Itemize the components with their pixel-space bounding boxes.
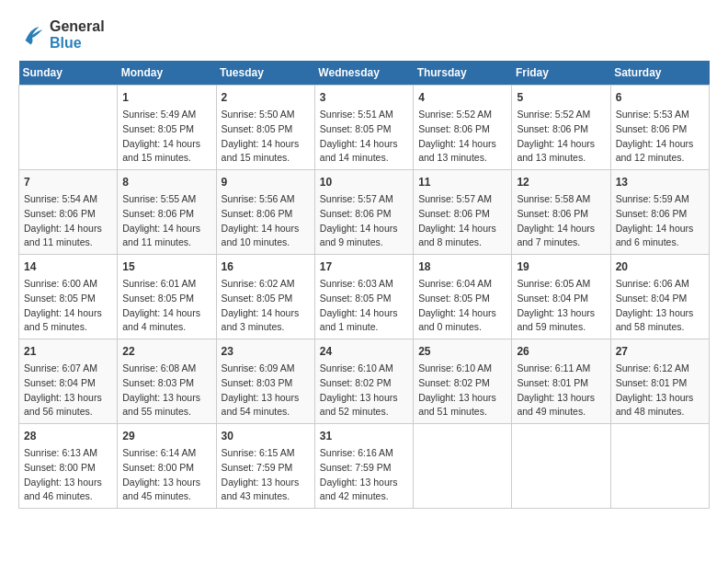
logo-text: General Blue <box>50 18 105 52</box>
day-info: Sunrise: 6:11 AM Sunset: 8:01 PM Dayligh… <box>517 362 605 419</box>
day-cell: 12Sunrise: 5:58 AM Sunset: 8:06 PM Dayli… <box>512 170 610 255</box>
day-cell: 16Sunrise: 6:02 AM Sunset: 8:05 PM Dayli… <box>216 255 314 339</box>
day-cell: 27Sunrise: 6:12 AM Sunset: 8:01 PM Dayli… <box>610 339 709 424</box>
day-cell: 6Sunrise: 5:53 AM Sunset: 8:06 PM Daylig… <box>610 86 709 170</box>
day-number: 29 <box>122 428 210 444</box>
day-info: Sunrise: 6:01 AM Sunset: 8:05 PM Dayligh… <box>122 277 210 335</box>
day-cell: 10Sunrise: 5:57 AM Sunset: 8:06 PM Dayli… <box>314 170 413 255</box>
day-cell <box>610 424 709 509</box>
day-cell: 23Sunrise: 6:09 AM Sunset: 8:03 PM Dayli… <box>216 339 314 424</box>
header-row: SundayMondayTuesdayWednesdayThursdayFrid… <box>19 61 710 86</box>
day-cell: 20Sunrise: 6:06 AM Sunset: 8:04 PM Dayli… <box>610 255 709 339</box>
day-number: 25 <box>418 343 506 360</box>
logo-bird-icon <box>18 21 46 49</box>
day-number: 15 <box>122 259 210 275</box>
col-header-saturday: Saturday <box>610 61 709 86</box>
day-cell: 7Sunrise: 5:54 AM Sunset: 8:06 PM Daylig… <box>19 170 118 255</box>
day-number: 7 <box>24 174 112 190</box>
day-info: Sunrise: 6:06 AM Sunset: 8:04 PM Dayligh… <box>616 277 704 335</box>
day-number: 11 <box>418 174 506 190</box>
day-number: 23 <box>222 343 310 360</box>
day-cell: 8Sunrise: 5:55 AM Sunset: 8:06 PM Daylig… <box>118 170 216 255</box>
day-info: Sunrise: 5:59 AM Sunset: 8:06 PM Dayligh… <box>616 192 704 250</box>
day-number: 9 <box>222 174 310 190</box>
day-cell: 2Sunrise: 5:50 AM Sunset: 8:05 PM Daylig… <box>216 86 314 170</box>
day-info: Sunrise: 5:55 AM Sunset: 8:06 PM Dayligh… <box>122 192 210 250</box>
day-info: Sunrise: 6:08 AM Sunset: 8:03 PM Dayligh… <box>122 362 210 419</box>
day-cell: 25Sunrise: 6:10 AM Sunset: 8:02 PM Dayli… <box>414 339 512 424</box>
day-number: 5 <box>517 89 605 106</box>
col-header-monday: Monday <box>118 61 216 86</box>
day-info: Sunrise: 5:52 AM Sunset: 8:06 PM Dayligh… <box>418 108 506 166</box>
day-info: Sunrise: 5:52 AM Sunset: 8:06 PM Dayligh… <box>517 108 605 166</box>
day-info: Sunrise: 6:02 AM Sunset: 8:05 PM Dayligh… <box>222 277 310 335</box>
day-number: 10 <box>320 174 408 190</box>
col-header-tuesday: Tuesday <box>216 61 314 86</box>
day-number: 19 <box>517 259 605 275</box>
day-cell: 22Sunrise: 6:08 AM Sunset: 8:03 PM Dayli… <box>118 339 216 424</box>
day-info: Sunrise: 5:57 AM Sunset: 8:06 PM Dayligh… <box>320 192 408 250</box>
day-cell: 15Sunrise: 6:01 AM Sunset: 8:05 PM Dayli… <box>118 255 216 339</box>
day-cell: 18Sunrise: 6:04 AM Sunset: 8:05 PM Dayli… <box>414 255 512 339</box>
day-info: Sunrise: 6:15 AM Sunset: 7:59 PM Dayligh… <box>222 446 310 504</box>
day-info: Sunrise: 6:12 AM Sunset: 8:01 PM Dayligh… <box>616 362 704 419</box>
logo: General Blue <box>18 18 105 52</box>
day-number: 8 <box>122 174 210 190</box>
day-info: Sunrise: 6:13 AM Sunset: 8:00 PM Dayligh… <box>24 446 112 504</box>
week-row-2: 7Sunrise: 5:54 AM Sunset: 8:06 PM Daylig… <box>19 170 710 255</box>
day-number: 30 <box>222 428 310 444</box>
day-cell: 29Sunrise: 6:14 AM Sunset: 8:00 PM Dayli… <box>118 424 216 509</box>
col-header-friday: Friday <box>512 61 610 86</box>
day-cell <box>512 424 610 509</box>
col-header-thursday: Thursday <box>414 61 512 86</box>
day-cell <box>19 86 118 170</box>
day-number: 2 <box>222 89 310 106</box>
day-cell: 13Sunrise: 5:59 AM Sunset: 8:06 PM Dayli… <box>610 170 709 255</box>
day-info: Sunrise: 6:05 AM Sunset: 8:04 PM Dayligh… <box>517 277 605 335</box>
week-row-3: 14Sunrise: 6:00 AM Sunset: 8:05 PM Dayli… <box>19 255 710 339</box>
day-number: 20 <box>616 259 704 275</box>
day-number: 26 <box>517 343 605 360</box>
calendar-table: SundayMondayTuesdayWednesdayThursdayFrid… <box>18 61 710 509</box>
day-info: Sunrise: 5:51 AM Sunset: 8:05 PM Dayligh… <box>320 108 408 166</box>
day-info: Sunrise: 5:56 AM Sunset: 8:06 PM Dayligh… <box>222 192 310 250</box>
day-cell: 5Sunrise: 5:52 AM Sunset: 8:06 PM Daylig… <box>512 86 610 170</box>
day-info: Sunrise: 6:04 AM Sunset: 8:05 PM Dayligh… <box>418 277 506 335</box>
day-number: 13 <box>616 174 704 190</box>
week-row-1: 1Sunrise: 5:49 AM Sunset: 8:05 PM Daylig… <box>19 86 710 170</box>
day-number: 12 <box>517 174 605 190</box>
day-number: 3 <box>320 89 408 106</box>
day-cell: 30Sunrise: 6:15 AM Sunset: 7:59 PM Dayli… <box>216 424 314 509</box>
day-cell: 3Sunrise: 5:51 AM Sunset: 8:05 PM Daylig… <box>314 86 413 170</box>
day-number: 14 <box>24 259 112 275</box>
week-row-5: 28Sunrise: 6:13 AM Sunset: 8:00 PM Dayli… <box>19 424 710 509</box>
day-number: 6 <box>616 89 704 106</box>
col-header-wednesday: Wednesday <box>314 61 413 86</box>
day-cell: 4Sunrise: 5:52 AM Sunset: 8:06 PM Daylig… <box>414 86 512 170</box>
day-number: 28 <box>24 428 112 444</box>
day-number: 4 <box>418 89 506 106</box>
day-info: Sunrise: 6:10 AM Sunset: 8:02 PM Dayligh… <box>418 362 506 419</box>
day-cell: 17Sunrise: 6:03 AM Sunset: 8:05 PM Dayli… <box>314 255 413 339</box>
week-row-4: 21Sunrise: 6:07 AM Sunset: 8:04 PM Dayli… <box>19 339 710 424</box>
day-cell: 26Sunrise: 6:11 AM Sunset: 8:01 PM Dayli… <box>512 339 610 424</box>
day-cell: 19Sunrise: 6:05 AM Sunset: 8:04 PM Dayli… <box>512 255 610 339</box>
day-number: 27 <box>616 343 704 360</box>
day-number: 17 <box>320 259 408 275</box>
day-info: Sunrise: 5:50 AM Sunset: 8:05 PM Dayligh… <box>222 108 310 166</box>
day-info: Sunrise: 6:03 AM Sunset: 8:05 PM Dayligh… <box>320 277 408 335</box>
day-cell: 28Sunrise: 6:13 AM Sunset: 8:00 PM Dayli… <box>19 424 118 509</box>
day-number: 1 <box>122 89 210 106</box>
day-number: 18 <box>418 259 506 275</box>
day-info: Sunrise: 6:09 AM Sunset: 8:03 PM Dayligh… <box>222 362 310 419</box>
day-cell <box>414 424 512 509</box>
day-info: Sunrise: 5:49 AM Sunset: 8:05 PM Dayligh… <box>122 108 210 166</box>
day-info: Sunrise: 5:57 AM Sunset: 8:06 PM Dayligh… <box>418 192 506 250</box>
day-cell: 21Sunrise: 6:07 AM Sunset: 8:04 PM Dayli… <box>19 339 118 424</box>
day-info: Sunrise: 6:10 AM Sunset: 8:02 PM Dayligh… <box>320 362 408 419</box>
day-number: 21 <box>24 343 112 360</box>
day-cell: 1Sunrise: 5:49 AM Sunset: 8:05 PM Daylig… <box>118 86 216 170</box>
day-info: Sunrise: 6:14 AM Sunset: 8:00 PM Dayligh… <box>122 446 210 504</box>
day-info: Sunrise: 5:53 AM Sunset: 8:06 PM Dayligh… <box>616 108 704 166</box>
day-cell: 14Sunrise: 6:00 AM Sunset: 8:05 PM Dayli… <box>19 255 118 339</box>
